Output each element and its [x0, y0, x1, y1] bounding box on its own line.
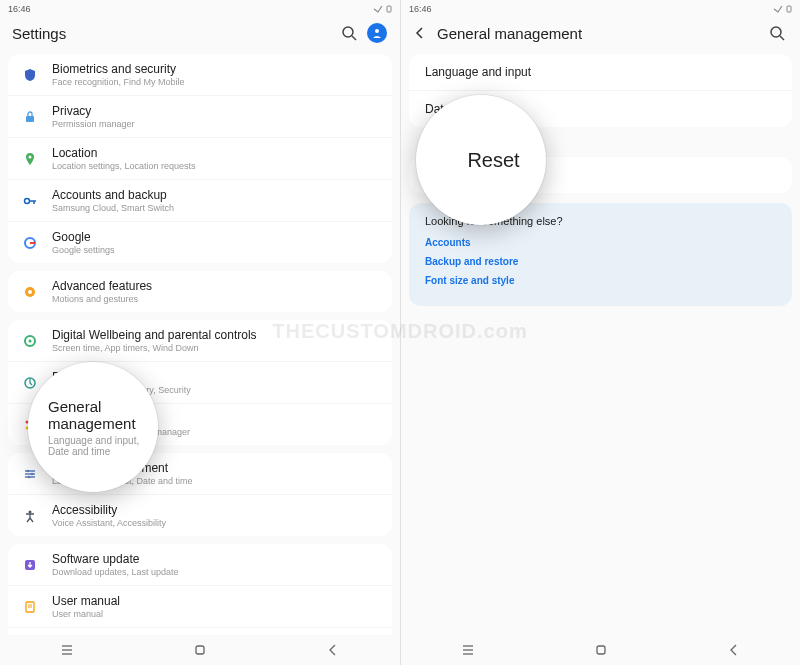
settings-item-accessibility[interactable]: Accessibility Voice Assistant, Accessibi… [8, 494, 392, 536]
svg-point-11 [28, 290, 32, 294]
status-time: 16:46 [409, 4, 432, 14]
item-sublabel: Motions and gestures [52, 294, 380, 304]
settings-item-advanced-features[interactable]: Advanced features Motions and gestures [8, 271, 392, 312]
svg-point-5 [29, 155, 32, 158]
wellbeing-icon [20, 331, 40, 351]
status-right [373, 5, 392, 13]
svg-line-2 [352, 36, 356, 40]
page-title: Settings [12, 25, 332, 42]
nav-back[interactable] [727, 643, 741, 657]
item-label: Software update [52, 552, 380, 566]
search-button[interactable] [338, 22, 360, 44]
chevron-left-icon [413, 26, 427, 40]
back-button[interactable] [413, 26, 427, 40]
nav-bar [0, 635, 400, 665]
settings-item-user-manual[interactable]: User manual User manual [8, 585, 392, 627]
pin-icon [20, 149, 40, 169]
item-label: Google [52, 230, 380, 244]
avatar-icon [367, 23, 387, 43]
svg-rect-0 [387, 6, 391, 12]
magnify-sub: Language and input, Date and time [48, 435, 158, 457]
svg-point-22 [27, 469, 30, 472]
item-label: Privacy [52, 104, 380, 118]
svg-point-38 [771, 27, 781, 37]
help-link-accounts[interactable]: Accounts [425, 237, 776, 248]
item-label: Accounts and backup [52, 188, 380, 202]
item-label: Advanced features [52, 279, 380, 293]
magnifier-general-management: General management Language and input, D… [28, 362, 158, 492]
settings-item-location[interactable]: Location Location settings, Location req… [8, 137, 392, 179]
status-time: 16:46 [8, 4, 31, 14]
help-link-font[interactable]: Font size and style [425, 275, 776, 286]
item-sublabel: Screen time, App timers, Wind Down [52, 343, 380, 353]
svg-point-6 [25, 198, 30, 203]
item-label: User manual [52, 594, 380, 608]
item-sublabel: Download updates, Last update [52, 567, 380, 577]
settings-item-biometrics-and-security[interactable]: Biometrics and security Face recognition… [8, 54, 392, 95]
gear-badge-icon [20, 282, 40, 302]
settings-item-google[interactable]: Google Google settings [8, 221, 392, 263]
help-link-backup[interactable]: Backup and restore [425, 256, 776, 267]
header: General management [401, 18, 800, 54]
nav-back[interactable] [326, 643, 340, 657]
item-label: Biometrics and security [52, 62, 380, 76]
search-icon [769, 25, 785, 41]
magnify-reset-label: Reset [442, 149, 519, 172]
magnify-title: General management [48, 398, 158, 432]
svg-point-25 [29, 510, 32, 513]
page-title: General management [437, 25, 760, 42]
item-sublabel: Samsung Cloud, Smart Switch [52, 203, 380, 213]
nav-recent[interactable] [461, 643, 475, 657]
settings-item-privacy[interactable]: Privacy Permission manager [8, 95, 392, 137]
settings-item-software-update[interactable]: Software update Download updates, Last u… [8, 544, 392, 585]
item-label: Digital Wellbeing and parental controls [52, 328, 380, 342]
settings-group: Biometrics and security Face recognition… [8, 54, 392, 263]
item-label: Location [52, 146, 380, 160]
google-icon [20, 233, 40, 253]
item-label: Accessibility [52, 503, 380, 517]
svg-point-23 [31, 472, 34, 475]
settings-pane: 16:46 Settings Biometrics and security F… [0, 0, 400, 665]
item-sublabel: Voice Assistant, Accessibility [52, 518, 380, 528]
shield-icon [20, 65, 40, 85]
svg-rect-36 [196, 646, 204, 654]
download-icon [20, 555, 40, 575]
nav-recent[interactable] [60, 643, 74, 657]
accessibility-icon [20, 506, 40, 526]
manual-icon [20, 597, 40, 617]
item-sublabel: Google settings [52, 245, 380, 255]
status-bar: 16:46 [401, 0, 800, 18]
search-button[interactable] [766, 22, 788, 44]
svg-point-1 [343, 27, 353, 37]
item-sublabel: Location settings, Location requests [52, 161, 380, 171]
svg-rect-43 [597, 646, 605, 654]
nav-bar [401, 635, 800, 665]
svg-rect-4 [26, 116, 34, 122]
general-management-pane: 16:46 General management Language and in… [400, 0, 800, 665]
svg-rect-37 [787, 6, 791, 12]
settings-item-digital-wellbeing-and-parental-controls[interactable]: Digital Wellbeing and parental controls … [8, 320, 392, 361]
search-icon [341, 25, 357, 41]
svg-line-39 [780, 36, 784, 40]
sliders-icon [20, 464, 40, 484]
battery-icon [20, 373, 40, 393]
svg-point-24 [28, 475, 31, 478]
key-icon [20, 191, 40, 211]
status-bar: 16:46 [0, 0, 400, 18]
profile-button[interactable] [366, 22, 388, 44]
svg-point-3 [375, 29, 379, 33]
nav-home[interactable] [193, 643, 207, 657]
item-language-and-input[interactable]: Language and input [409, 54, 792, 90]
header: Settings [0, 18, 400, 54]
status-right [773, 5, 792, 13]
nav-home[interactable] [594, 643, 608, 657]
magnifier-reset: Reset [416, 95, 546, 225]
item-sublabel: User manual [52, 609, 380, 619]
settings-item-accounts-and-backup[interactable]: Accounts and backup Samsung Cloud, Smart… [8, 179, 392, 221]
item-sublabel: Permission manager [52, 119, 380, 129]
svg-point-13 [29, 339, 32, 342]
settings-group: Advanced features Motions and gestures [8, 271, 392, 312]
item-sublabel: Face recognition, Find My Mobile [52, 77, 380, 87]
lock-icon [20, 107, 40, 127]
